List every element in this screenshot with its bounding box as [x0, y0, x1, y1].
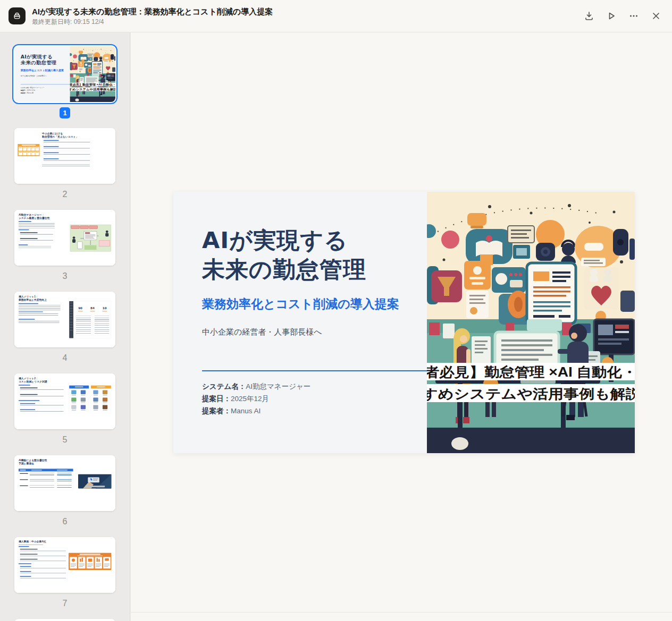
more-button[interactable]	[626, 8, 641, 23]
text-lines	[19, 545, 43, 545]
mini-diagram	[70, 225, 111, 252]
mini-title: AI機能による競合優位性予測と最適化	[19, 458, 47, 465]
slide-thumbnail-1[interactable]: AIが実現する未来の勤怠管理 業務効率化とコスト削減の導入提案 中小企業の経営者…	[14, 46, 115, 102]
sidebar-slide-5: 導入メリット2：コスト削減とリスク回避	[14, 373, 115, 445]
slide-thumbnail-6[interactable]: AI機能による競合優位性予測と最適化	[14, 455, 115, 511]
mini-box	[19, 570, 68, 574]
current-slide: AIが実現する未来の勤怠管理 業務効率化とコスト削減の導入提案 中小企業の経営者…	[173, 192, 635, 453]
text-lines	[19, 246, 51, 248]
mini-title: 導入メリット1：業務効率化と生産性向上	[19, 295, 47, 302]
slide-number: 5	[14, 434, 115, 445]
mini-title: AI勤怠マネージャー：システム概要と競合優位性	[19, 213, 49, 220]
mini-table-row	[19, 484, 73, 490]
header-bar: AIが実現する未来の勤怠管理：業務効率化とコスト削減の導入提案 最終更新日時: …	[0, 0, 672, 32]
slides-app-icon	[9, 7, 26, 24]
slide-thumbnail-7[interactable]: 導入事例：中小企業A社	[14, 537, 115, 593]
mini-label	[19, 229, 29, 230]
slide-number: 2	[14, 189, 115, 200]
mini-box	[19, 408, 65, 414]
mini-icon-grid	[69, 388, 89, 412]
mini-stat-card: 10	[99, 305, 110, 312]
close-button[interactable]	[649, 8, 663, 23]
mini-box	[19, 565, 68, 569]
mini-label	[19, 400, 39, 401]
mini-row	[42, 151, 91, 157]
sidebar-slide-8	[14, 619, 115, 621]
slide-number: 6	[14, 516, 115, 527]
mini-title: 中小企業における勤怠管理の「見えないコスト」	[42, 132, 78, 139]
mini-label	[19, 244, 28, 245]
download-icon	[584, 11, 594, 21]
document-title: AIが実現する未来の勤怠管理：業務効率化とコスト削減の導入提案	[32, 6, 582, 16]
cover-illustration	[427, 192, 635, 453]
slide-thumbnail-2[interactable]: 中小企業における勤怠管理の「見えないコスト」	[14, 128, 115, 184]
header-actions	[582, 8, 663, 23]
mini-infographic	[69, 552, 112, 569]
slide-meta: システム名：AI勤怠マネージャー 提案日：2025年12月 提案者：Manus …	[202, 380, 310, 417]
meta-system-name: システム名：AI勤怠マネージャー	[202, 380, 310, 393]
mini-row	[42, 139, 91, 144]
main-viewer: AIが実現する未来の勤怠管理 業務効率化とコスト削減の導入提案 中小企業の経営者…	[131, 32, 672, 621]
mini-dashboard-sidebar	[69, 301, 73, 338]
mini-label	[19, 311, 43, 312]
mini-table-row	[19, 472, 73, 478]
slide-number-badge: 1	[60, 107, 70, 118]
mini-label	[19, 221, 31, 222]
slide-divider-line	[202, 370, 427, 371]
mini-box	[19, 558, 68, 562]
sidebar-slide-6: AI機能による競合優位性予測と最適化	[14, 455, 115, 527]
more-icon	[628, 11, 639, 21]
last-updated-label: 最終更新日時: 09:15 12/4	[32, 18, 582, 26]
text-lines	[42, 164, 90, 167]
mini-title: 導入事例：中小企業A社	[19, 540, 46, 543]
meta-proposer: 提案者：Manus AI	[202, 405, 310, 417]
sidebar-slide-7: 導入事例：中小企業A社	[14, 537, 115, 609]
mini-row	[42, 145, 91, 150]
slide-thumbnail-3[interactable]: AI勤怠マネージャー：システム概要と競合優位性	[14, 210, 115, 266]
slide-title: AIが実現する未来の勤怠管理	[202, 226, 415, 284]
slide-number: 7	[14, 598, 115, 609]
mini-box	[19, 552, 68, 557]
mini-slide-text: AIが実現する未来の勤怠管理 業務効率化とコスト削減の導入提案 中小企業の経営者…	[14, 46, 70, 102]
thumbnail-preview: 導入メリット1：業務効率化と生産性向上 90 84 10	[14, 292, 115, 347]
mini-stat-card: 90	[75, 305, 86, 312]
slide-subtitle: 業務効率化とコスト削減の導入提案	[202, 296, 425, 312]
mini-orange-table	[18, 144, 40, 156]
mini-box	[19, 231, 55, 236]
mini-box	[19, 575, 68, 579]
mini-label	[19, 385, 30, 385]
slide-text-panel: AIが実現する未来の勤怠管理 業務効率化とコスト削減の導入提案 中小企業の経営者…	[173, 192, 427, 453]
thumbnail-preview: AI機能による競合優位性予測と最適化	[14, 455, 115, 511]
mini-label	[19, 303, 38, 304]
slide-thumbnail-4[interactable]: 導入メリット1：業務効率化と生産性向上 90 84 10	[14, 292, 115, 347]
text-lines	[19, 305, 61, 310]
sidebar-slide-3: AI勤怠マネージャー：システム概要と競合優位性	[14, 210, 115, 282]
play-icon	[606, 11, 617, 21]
slide-number: 3	[14, 270, 115, 282]
download-button[interactable]	[582, 8, 597, 23]
thumbnail-preview: AI勤怠マネージャー：システム概要と競合優位性	[14, 210, 115, 266]
text-lines	[19, 313, 58, 317]
mini-cover-illustration	[70, 46, 115, 102]
mini-box	[19, 393, 65, 399]
text-lines	[19, 223, 55, 228]
mini-list-panel	[75, 314, 93, 336]
mini-icon-card	[69, 385, 89, 413]
sidebar-slide-2: 中小企業における勤怠管理の「見えないコスト」	[14, 128, 115, 200]
mini-stat-card: 84	[87, 305, 98, 312]
close-icon	[651, 11, 661, 21]
mini-title: 導入メリット2：コスト削減とリスク回避	[19, 377, 47, 384]
thumbnail-preview: AIが実現する未来の勤怠管理 業務効率化とコスト削減の導入提案 中小企業の経営者…	[14, 46, 115, 102]
mini-label	[19, 319, 35, 319]
mini-list-panel	[93, 314, 111, 336]
mini-box	[19, 402, 65, 407]
mini-box	[19, 548, 68, 552]
slide-thumbnail-8[interactable]	[14, 619, 115, 621]
mini-icon-grid	[91, 388, 111, 412]
slide-thumbnail-5[interactable]: 導入メリット2：コスト削減とリスク回避	[14, 373, 115, 429]
present-button[interactable]	[604, 8, 619, 23]
mini-icon-card	[91, 385, 112, 413]
mini-label	[19, 546, 29, 547]
slide-audience: 中小企業の経営者・人事部長様へ	[202, 327, 415, 337]
slide-number: 4	[14, 352, 115, 363]
